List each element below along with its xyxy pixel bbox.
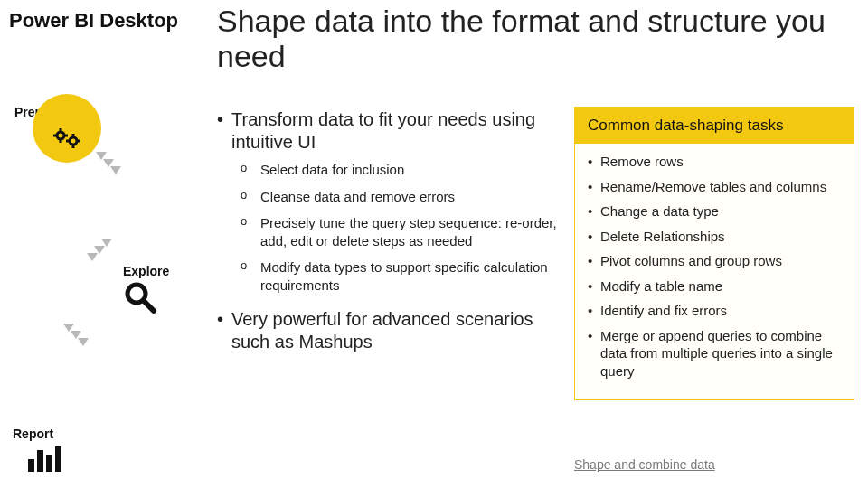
task-modify-name: Modify a table name	[588, 277, 841, 296]
svg-rect-4	[28, 459, 34, 472]
nav-label-report: Report	[13, 427, 53, 441]
bullet-transform: Transform data to fit your needs using i…	[217, 108, 561, 154]
callout-header: Common data-shaping tasks	[575, 108, 854, 144]
sub-modify-types: Modify data types to support specific ca…	[241, 258, 561, 294]
magnifier-icon	[121, 280, 159, 318]
sub-list: Select data for inclusion Cleanse data a…	[241, 161, 561, 294]
task-merge-append: Merge or append queries to combine data …	[588, 327, 841, 380]
footer-link-shape-combine[interactable]: Shape and combine data	[574, 457, 715, 472]
nav-arrow-2	[76, 239, 112, 275]
bullet-mashups: Very powerful for advanced scenarios suc…	[217, 308, 561, 353]
svg-rect-5	[37, 450, 43, 472]
svg-line-3	[144, 301, 154, 311]
callout-list: Remove rows Rename/Remove tables and col…	[575, 144, 854, 399]
svg-rect-6	[46, 455, 52, 472]
gears-icon	[49, 123, 87, 161]
svg-point-1	[70, 137, 77, 145]
svg-rect-7	[55, 446, 61, 472]
task-fix-errors: Identify and fix errors	[588, 302, 841, 320]
nav-node-report: Report	[13, 423, 193, 488]
task-delete-rel: Delete Relationships	[588, 228, 841, 246]
task-remove-rows: Remove rows	[588, 153, 841, 171]
nav-arrow-1	[96, 152, 132, 188]
svg-point-0	[57, 132, 64, 139]
slide-headline: Shape data into the format and structure…	[217, 4, 868, 74]
body-column: Transform data to fit your needs using i…	[217, 108, 561, 361]
nav-arrow-3	[63, 324, 99, 360]
task-change-type: Change a data type	[588, 202, 841, 221]
nav-label-explore: Explore	[123, 264, 169, 278]
sub-tune-query: Precisely tune the query step sequence: …	[241, 214, 561, 249]
task-pivot-group: Pivot columns and group rows	[588, 252, 841, 270]
callout-box: Common data-shaping tasks Remove rows Re…	[574, 107, 854, 400]
chart-icon	[25, 443, 63, 481]
sub-cleanse: Cleanse data and remove errors	[241, 188, 561, 206]
sub-select-data: Select data for inclusion	[241, 161, 561, 179]
task-rename-remove: Rename/Remove tables and columns	[588, 178, 841, 196]
process-nav: Prepare Explore Report	[13, 96, 193, 403]
brand-title: Power BI Desktop	[9, 9, 178, 33]
